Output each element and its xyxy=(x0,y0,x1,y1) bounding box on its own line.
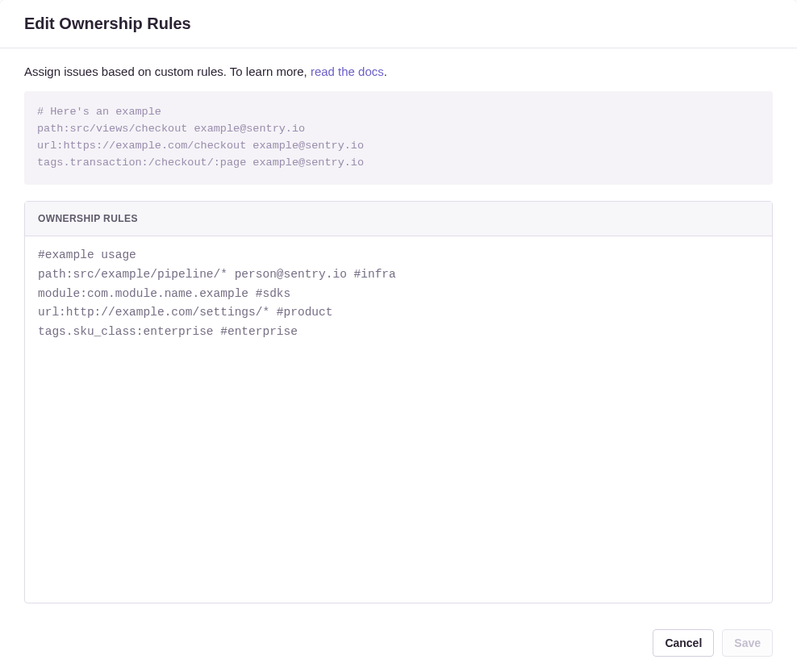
description-text: Assign issues based on custom rules. To … xyxy=(24,65,773,78)
ownership-rules-textarea[interactable] xyxy=(25,236,772,599)
modal-title: Edit Ownership Rules xyxy=(24,15,773,33)
save-button[interactable]: Save xyxy=(722,629,773,657)
edit-ownership-modal: Edit Ownership Rules Assign issues based… xyxy=(0,0,797,672)
modal-footer: Cancel Save xyxy=(0,618,797,672)
ownership-rules-panel-header: OWNERSHIP RULES xyxy=(25,202,772,236)
description-prefix: Assign issues based on custom rules. To … xyxy=(24,65,311,78)
description-suffix: . xyxy=(384,65,387,78)
ownership-rules-panel: OWNERSHIP RULES xyxy=(24,201,773,603)
modal-header: Edit Ownership Rules xyxy=(0,0,797,48)
modal-body: Assign issues based on custom rules. To … xyxy=(0,48,797,618)
read-docs-link[interactable]: read the docs xyxy=(311,65,384,78)
example-code-block: # Here's an example path:src/views/check… xyxy=(24,91,773,185)
cancel-button[interactable]: Cancel xyxy=(653,629,714,657)
